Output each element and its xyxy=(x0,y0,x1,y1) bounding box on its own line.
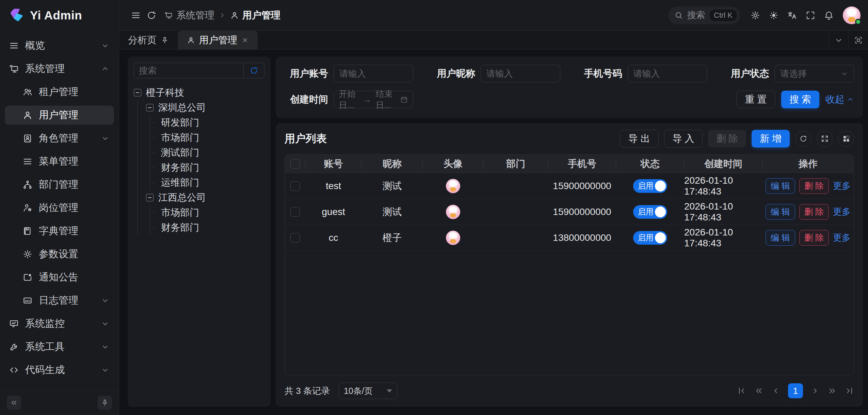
last-page-icon[interactable] xyxy=(845,386,854,396)
edit-button[interactable]: 编 辑 xyxy=(766,230,795,246)
status-select[interactable]: 请选择 xyxy=(774,65,854,82)
expand-table-button[interactable] xyxy=(817,131,833,147)
date-range-picker[interactable]: 开始日... → 结束日... xyxy=(334,91,413,108)
account-input[interactable] xyxy=(334,65,413,82)
sidebar-item-monitoring[interactable]: 系统监控 xyxy=(5,314,114,333)
breadcrumb-parent[interactable]: 系统管理 xyxy=(164,9,214,22)
tree-node-department[interactable]: 测试部门 xyxy=(158,145,264,160)
tree-node-department[interactable]: 市场部门 xyxy=(158,130,264,145)
status-toggle[interactable]: 启用 xyxy=(633,179,667,193)
sidebar-item-users[interactable]: 用户管理 xyxy=(5,106,114,125)
cell-account: test xyxy=(305,181,361,191)
sidebar-item-tenant[interactable]: 租户管理 xyxy=(5,82,114,102)
tree-node-department[interactable]: 运维部门 xyxy=(158,175,264,190)
forward-five-pages-icon[interactable] xyxy=(827,386,837,396)
page-size-select[interactable]: 10条/页 xyxy=(339,383,397,399)
tree-node-department[interactable]: 研发部门 xyxy=(158,115,264,130)
pin-icon[interactable] xyxy=(161,36,169,44)
filter-field-account: 用户账号 xyxy=(285,65,413,82)
sidebar-item-overview[interactable]: 概览 xyxy=(5,36,114,55)
more-actions-link[interactable]: 更多 xyxy=(833,206,851,218)
collapse-toggle-icon[interactable] xyxy=(134,89,141,96)
sidebar-item-departments[interactable]: 部门管理 xyxy=(5,175,114,194)
more-actions-link[interactable]: 更多 xyxy=(833,180,851,192)
caret-down-icon xyxy=(387,389,392,393)
tree-node-company[interactable]: 深圳总公司 xyxy=(146,100,264,115)
chevron-down-icon xyxy=(101,42,109,50)
row-delete-button[interactable]: 删 除 xyxy=(799,204,829,220)
column-settings-button[interactable] xyxy=(838,131,854,147)
tab-analytics[interactable]: 分析页 xyxy=(119,31,178,49)
search-button[interactable]: 搜 索 xyxy=(781,91,819,108)
import-button[interactable]: 导 入 xyxy=(664,130,703,148)
previous-page-icon[interactable] xyxy=(771,386,781,396)
collapse-toggle-icon[interactable] xyxy=(146,194,154,201)
status-toggle[interactable]: 启用 xyxy=(633,205,667,219)
add-button[interactable]: 新 增 xyxy=(752,130,790,148)
select-all-checkbox[interactable] xyxy=(290,159,300,169)
sidebar-item-system[interactable]: 系统管理 xyxy=(5,59,114,78)
tree-node-department[interactable]: 市场部门 xyxy=(158,205,264,220)
global-search[interactable]: 搜索 Ctrl K xyxy=(668,6,740,24)
sidebar-item-parameters[interactable]: 参数设置 xyxy=(5,245,114,264)
export-button[interactable]: 导 出 xyxy=(620,130,659,148)
tree-node-department[interactable]: 财务部门 xyxy=(158,220,264,235)
sidebar-item-notices[interactable]: 通知公告 xyxy=(5,268,114,287)
chevron-down-icon xyxy=(101,320,109,328)
edit-button[interactable]: 编 辑 xyxy=(766,204,795,220)
sidebar-item-tools[interactable]: 系统工具 xyxy=(5,337,114,356)
row-avatar xyxy=(446,179,460,193)
sidebar-item-posts[interactable]: 岗位管理 xyxy=(5,198,114,217)
spacer xyxy=(432,91,560,108)
sidebar-item-dictionary[interactable]: 字典管理 xyxy=(5,221,114,241)
status-toggle[interactable]: 启用 xyxy=(633,231,667,245)
tab-controls xyxy=(829,31,868,49)
row-delete-button[interactable]: 删 除 xyxy=(799,178,829,194)
row-checkbox[interactable] xyxy=(290,181,300,191)
tree-node-root[interactable]: 橙子科技 xyxy=(134,85,264,100)
tab-user-management[interactable]: 用户管理 xyxy=(178,31,258,49)
tab-list-dropdown-button[interactable] xyxy=(829,31,848,49)
sidebar-collapse-button[interactable] xyxy=(7,396,21,410)
refresh-page-button[interactable] xyxy=(144,7,159,23)
notifications-button[interactable] xyxy=(821,7,837,23)
refresh-icon xyxy=(799,135,807,143)
row-delete-button[interactable]: 删 除 xyxy=(799,230,829,246)
sidebar-item-roles[interactable]: 角色管理 xyxy=(5,129,114,148)
phone-input[interactable] xyxy=(628,65,707,82)
collapse-menu-button[interactable] xyxy=(128,7,144,23)
tree-search-input[interactable] xyxy=(134,63,243,78)
column-header-nickname: 昵称 xyxy=(361,157,423,170)
close-icon[interactable] xyxy=(241,36,249,44)
sidebar-item-codegen[interactable]: 代码生成 xyxy=(5,360,114,380)
nickname-input[interactable] xyxy=(481,65,560,82)
tree-node-company[interactable]: 江西总公司 xyxy=(146,190,264,205)
row-checkbox[interactable] xyxy=(290,233,300,243)
reset-button[interactable]: 重 置 xyxy=(736,91,775,108)
delete-button[interactable]: 删 除 xyxy=(708,130,746,148)
back-five-pages-icon[interactable] xyxy=(754,386,763,396)
language-button[interactable] xyxy=(784,7,800,23)
more-actions-link[interactable]: 更多 xyxy=(833,232,851,244)
org-tree-icon xyxy=(22,180,33,190)
fullscreen-button[interactable] xyxy=(803,7,818,23)
collapse-filter-link[interactable]: 收起 xyxy=(825,93,854,106)
theme-toggle-button[interactable] xyxy=(766,7,782,23)
collapse-toggle-icon[interactable] xyxy=(146,104,154,111)
settings-button[interactable] xyxy=(748,7,763,23)
tree-refresh-button[interactable] xyxy=(243,63,264,78)
row-checkbox[interactable] xyxy=(290,207,300,217)
page-number-active[interactable]: 1 xyxy=(788,383,803,398)
edit-button[interactable]: 编 辑 xyxy=(766,178,795,194)
tree-children-company: 研发部门 市场部门 测试部门 财务部门 运维部门 xyxy=(150,115,264,190)
monitor-chart-icon xyxy=(9,319,19,329)
first-page-icon[interactable] xyxy=(737,386,746,396)
tree-node-department[interactable]: 财务部门 xyxy=(158,160,264,175)
sidebar-item-logs[interactable]: DEV 日志管理 xyxy=(5,291,114,310)
maximize-content-button[interactable] xyxy=(848,31,868,49)
refresh-table-button[interactable] xyxy=(795,131,811,147)
next-page-icon[interactable] xyxy=(810,386,820,396)
user-avatar[interactable] xyxy=(843,6,861,24)
sidebar-item-menus[interactable]: 菜单管理 xyxy=(5,152,114,171)
sidebar-pin-button[interactable] xyxy=(98,396,112,410)
